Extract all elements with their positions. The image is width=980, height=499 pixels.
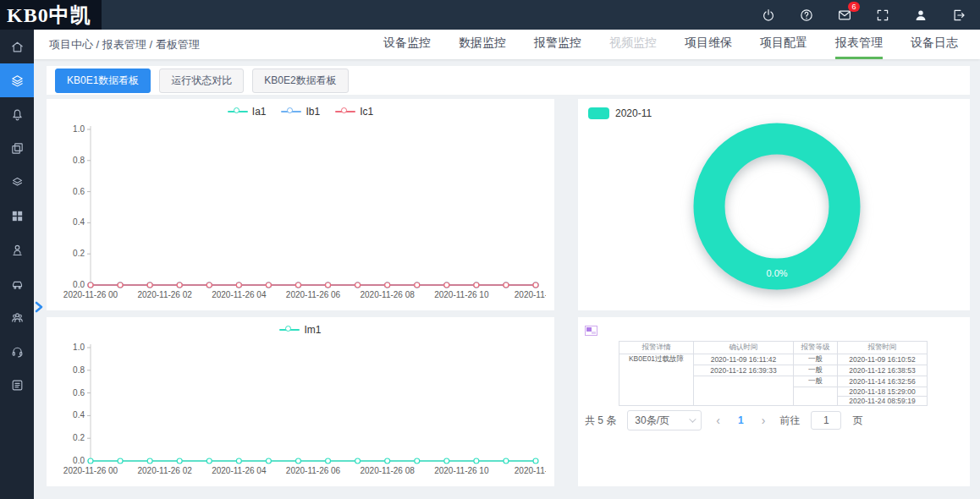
power-icon [761, 8, 776, 23]
table-cell: 一般 [794, 376, 838, 387]
table-cell: 一般 [794, 354, 838, 365]
data-point [206, 282, 212, 288]
chart-legend: Ia1Ib1Ic1 [53, 104, 548, 119]
view-tab-button[interactable]: 运行状态对比 [159, 69, 244, 93]
svg-text:2020-11-26 10: 2020-11-26 10 [434, 290, 489, 299]
mail-badge: 6 [848, 2, 860, 12]
data-point [236, 458, 241, 463]
legend-item[interactable]: Ia1 [228, 106, 267, 118]
chart-legend: Im1 [53, 322, 548, 337]
data-point [177, 282, 182, 288]
nav-tab[interactable]: 设备监控 [383, 30, 431, 59]
legend-marker-icon [281, 107, 301, 116]
sidebar-expand-chevron-icon[interactable] [35, 301, 43, 313]
table-cell: 2020-11-24 08:59:19 [838, 397, 928, 406]
prev-page-button[interactable]: ‹ [713, 414, 724, 427]
fullscreen-icon [875, 8, 890, 23]
layers-icon [10, 74, 25, 88]
nav-tab[interactable]: 报警监控 [534, 30, 581, 59]
alarm-table: 报警详情确认时间报警等级报警时间KB0E01过载故障2020-11-09 16:… [619, 341, 928, 406]
svg-text:1.0: 1.0 [73, 343, 85, 352]
data-point [474, 458, 479, 463]
user-icon [913, 8, 928, 23]
data-point [415, 282, 420, 288]
help-button[interactable] [799, 8, 814, 23]
sidebar-item-windows[interactable] [0, 131, 34, 165]
help-icon [799, 8, 814, 23]
power-button[interactable] [761, 8, 776, 23]
data-point [206, 458, 212, 463]
data-point [177, 458, 182, 463]
goto-label: 前往 [779, 414, 800, 428]
sidebar-item-layers[interactable] [0, 63, 34, 97]
legend-label: Ic1 [360, 106, 373, 118]
current-page-button[interactable]: 1 [735, 414, 747, 426]
sidebar-item-document[interactable] [0, 368, 34, 402]
fullscreen-button[interactable] [875, 8, 890, 23]
nav-tab[interactable]: 报表管理 [835, 30, 883, 59]
donut-ring [709, 139, 845, 274]
sidebar-item-headset[interactable] [0, 334, 34, 368]
svg-text:0.6: 0.6 [73, 388, 85, 398]
next-page-button[interactable]: › [758, 414, 769, 427]
sidebar-item-bell[interactable] [0, 97, 34, 131]
table-header: 报警时间 [838, 342, 928, 354]
table-cell: 2020-11-09 16:11:42 [694, 354, 794, 365]
sidebar-item-vehicle[interactable] [0, 266, 34, 300]
bell-icon [10, 107, 25, 122]
table-cell: KB0E01过载故障 [619, 354, 694, 406]
legend-marker-icon [588, 107, 609, 119]
nav-tab[interactable]: 项目维保 [685, 30, 732, 59]
data-point [385, 282, 390, 288]
legend-item[interactable]: 2020-11 [588, 107, 652, 119]
view-tab-bar: KB0E1数据看板运行状态对比KB0E2数据看板 [47, 66, 970, 95]
page-unit-label: 页 [852, 414, 862, 428]
stack-icon [10, 175, 25, 189]
view-tab-button[interactable]: KB0E2数据看板 [252, 69, 348, 93]
legend-item[interactable]: Im1 [279, 324, 321, 336]
donut-value-label: 0.0% [766, 268, 787, 278]
mail-button[interactable]: 6 [837, 8, 852, 23]
user-button[interactable] [913, 8, 928, 23]
goto-page-input[interactable] [811, 411, 841, 430]
grid-icon [10, 209, 25, 223]
page-size-select[interactable]: 30条/页 [627, 410, 702, 430]
pagination: 共 5 条 30条/页 ‹ 1 › 前往 页 [585, 410, 963, 430]
sidebar-item-stack[interactable] [0, 165, 34, 199]
data-point [326, 458, 331, 463]
data-point [355, 458, 361, 463]
data-point [533, 458, 538, 463]
svg-text:0.8: 0.8 [73, 156, 85, 165]
sidebar-item-grid[interactable] [0, 199, 34, 233]
svg-text:0.2: 0.2 [73, 433, 85, 442]
data-point [326, 282, 331, 288]
nav-tab[interactable]: 项目配置 [760, 30, 807, 59]
nav-tab[interactable]: 视频监控 [609, 30, 657, 59]
top-header: KB0中凯 6 [0, 0, 980, 30]
nav-tab[interactable]: 数据监控 [459, 30, 506, 59]
sidebar-item-home[interactable] [0, 30, 34, 63]
nav-tab[interactable]: 设备日志 [911, 30, 958, 59]
sidebar-item-group[interactable] [0, 300, 34, 334]
alarm-table-wrap: 报警详情确认时间报警等级报警时间KB0E01过载故障2020-11-09 16:… [585, 341, 963, 406]
sidebar-item-person-pin[interactable] [0, 233, 34, 266]
table-cell [794, 387, 838, 406]
data-point [415, 458, 420, 463]
svg-text:2020-11-26 02: 2020-11-26 02 [138, 290, 193, 299]
svg-text:2020-11-26 00: 2020-11-26 00 [63, 466, 118, 475]
logout-button[interactable] [951, 8, 966, 23]
data-point [504, 282, 509, 288]
im-chart-card: Im11.00.80.60.40.20.02020-11-26 002020-1… [47, 317, 554, 486]
breadcrumb: 项目中心 / 报表管理 / 看板管理 [34, 37, 200, 52]
legend-item[interactable]: Ib1 [281, 106, 320, 118]
data-point [504, 458, 509, 463]
svg-text:2020-11-26 04: 2020-11-26 04 [212, 290, 267, 299]
svg-text:2020-11-26 00: 2020-11-26 00 [63, 290, 118, 299]
main-content: KB0E1数据看板运行状态对比KB0E2数据看板 Ia1Ib1Ic11.00.8… [34, 59, 980, 486]
svg-text:2020-11-26 08: 2020-11-26 08 [361, 466, 416, 475]
legend-item[interactable]: Ic1 [335, 106, 373, 118]
svg-text:2020-11-26 06: 2020-11-26 06 [286, 290, 341, 299]
current-chart-card: Ia1Ib1Ic11.00.80.60.40.20.02020-11-26 00… [47, 99, 554, 310]
table-cell [694, 376, 794, 406]
view-tab-button[interactable]: KB0E1数据看板 [55, 69, 151, 93]
